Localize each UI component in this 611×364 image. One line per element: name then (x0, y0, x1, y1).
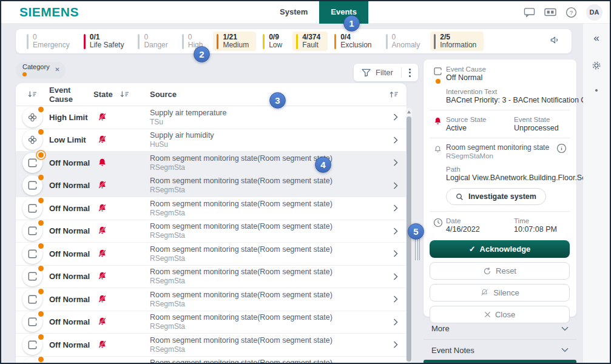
category-label: Fault (302, 41, 320, 49)
event-category-segment[interactable]: 2/5 Information (430, 32, 484, 51)
event-row[interactable]: Low Limit Supply air humidity HuSu (16, 129, 407, 152)
help-icon[interactable]: ? (565, 7, 577, 18)
collapse-panel-icon[interactable]: « (593, 32, 599, 44)
panel-splitter[interactable] (413, 59, 422, 363)
source-discipline-icon (22, 266, 42, 286)
alarm-bell-slash-icon (97, 134, 107, 146)
source-discipline-icon (22, 153, 42, 173)
column-header-state[interactable]: State (93, 90, 142, 99)
event-category-segment[interactable]: 0/4 Exclusion (331, 32, 379, 51)
category-medium-dot (38, 289, 44, 294)
settings-gear-icon[interactable] (591, 60, 602, 73)
row-expand-chevron-icon[interactable] (385, 318, 407, 326)
row-expand-chevron-icon[interactable] (385, 204, 407, 212)
filter-chip-category[interactable]: Category ✕ (16, 62, 66, 79)
sort-descending-icon[interactable] (16, 90, 49, 98)
event-row[interactable]: Off Normal Room segment monitoring state… (16, 288, 407, 311)
filter-button[interactable]: Filter (354, 64, 401, 81)
clock-icon (433, 218, 443, 228)
event-cause-cell: Off Normal (49, 181, 93, 190)
tab-system[interactable]: System (268, 1, 319, 24)
splitter-grip[interactable] (415, 238, 420, 260)
row-expand-chevron-icon[interactable] (385, 228, 407, 235)
right-toolbar-rail: « (583, 24, 610, 363)
source-discipline-icon (22, 175, 42, 195)
event-row[interactable]: Off Normal Room segment monitoring state… (16, 311, 407, 334)
event-category-segment[interactable]: 0 Danger (134, 32, 175, 51)
section-event-notes[interactable]: Event Notes (424, 339, 576, 360)
row-expand-chevron-icon[interactable] (385, 341, 407, 348)
more-options-kebab[interactable] (402, 64, 418, 81)
svg-text:?: ? (570, 9, 573, 16)
fan-icon (27, 134, 38, 146)
row-expand-chevron-icon[interactable] (385, 295, 407, 303)
event-row[interactable]: Off Normal Room segment monitoring state… (16, 357, 407, 363)
alarm-bell-slash-icon (97, 316, 107, 328)
time-value: 10:07:08 PM (514, 225, 570, 234)
category-medium-dot (38, 220, 44, 226)
event-category-segment[interactable]: 0/9 Low (259, 32, 289, 51)
fan-icon (27, 112, 38, 123)
acknowledge-button[interactable]: ✓ Acknowledge (430, 240, 570, 258)
feedback-chat-icon[interactable] (524, 7, 535, 18)
alarm-bell-icon (97, 157, 107, 169)
category-medium-dot (38, 152, 44, 158)
row-expand-chevron-icon[interactable] (385, 273, 407, 280)
row-expand-chevron-icon[interactable] (385, 136, 407, 144)
clipped-panel-element (424, 360, 576, 364)
info-icon[interactable] (556, 143, 570, 160)
chip-close-icon[interactable]: ✕ (55, 67, 59, 73)
event-row[interactable]: Off Normal Room segment monitoring state… (16, 152, 407, 175)
category-color-bar (296, 34, 298, 49)
reset-button[interactable]: Reset (430, 262, 570, 280)
alarm-bell-slash-icon (97, 112, 107, 123)
category-label: Information (440, 41, 476, 49)
event-category-segment[interactable]: 0 Anomaly (382, 32, 428, 51)
row-expand-chevron-icon[interactable] (385, 250, 407, 257)
events-table: Event Cause State Source High Limit (16, 83, 407, 363)
source-description: Room segment monitoring state(Room segme… (142, 359, 385, 363)
user-avatar[interactable]: DA (586, 4, 603, 21)
source-description: Room segment monitoring state(Room segme… (142, 291, 385, 300)
sound-icon[interactable] (549, 35, 561, 47)
alarm-bell-slash-icon (97, 203, 107, 214)
event-row[interactable]: Off Normal Room segment monitoring state… (16, 334, 407, 357)
row-expand-chevron-icon[interactable] (385, 159, 407, 166)
funnel-icon (362, 69, 371, 77)
app-window: SIEMENS System Events ? DA « (0, 0, 611, 364)
table-header: Event Cause State Source (16, 83, 407, 106)
event-category-segment[interactable]: 1/21 Medium (213, 32, 256, 51)
event-row[interactable]: High Limit Supply air temperature TSu (16, 106, 407, 129)
row-expand-chevron-icon[interactable] (385, 113, 407, 121)
event-category-segment[interactable]: 4/374 Fault (292, 32, 328, 51)
column-header-source[interactable]: Source (142, 90, 385, 99)
event-category-segment[interactable]: 0 Emergency (23, 32, 77, 51)
row-expand-chevron-icon[interactable] (385, 182, 407, 189)
silence-button[interactable]: Silence (430, 284, 570, 302)
display-panel-icon[interactable] (544, 7, 556, 17)
event-category-segment[interactable]: 0/1 Life Safety (80, 32, 132, 51)
table-body: High Limit Supply air temperature TSu (16, 106, 407, 363)
event-row[interactable]: Off Normal Room segment monitoring state… (16, 175, 407, 198)
category-medium-dot (38, 198, 44, 203)
category-medium-dot (38, 243, 44, 249)
event-row[interactable]: Off Normal Room segment monitoring state… (16, 197, 407, 220)
event-row[interactable]: Off Normal Room segment monitoring state… (16, 266, 407, 289)
event-row[interactable]: Off Normal Room segment monitoring state… (16, 220, 407, 243)
event-state-label: Event State (514, 115, 570, 124)
section-more[interactable]: More (424, 318, 576, 339)
sort-ascending-icon[interactable] (385, 90, 407, 98)
source-discipline-icon (22, 107, 42, 127)
top-bar: SIEMENS System Events ? DA (1, 1, 610, 24)
source-state-value: Active (446, 124, 514, 133)
column-header-event-cause[interactable]: Event Cause (49, 86, 93, 104)
source-id: RSegmSta (142, 209, 385, 217)
event-cause-cell: Off Normal (49, 340, 93, 349)
category-label: Life Safety (90, 41, 124, 49)
investigate-system-button[interactable]: Investigate system (446, 188, 546, 205)
scrollbar-thumb[interactable] (407, 116, 411, 362)
event-row[interactable]: Off Normal Room segment monitoring state… (16, 243, 407, 266)
reset-icon (483, 267, 491, 275)
event-state-value: Unprocessed (514, 124, 570, 133)
scroll-up-arrow[interactable] (407, 110, 411, 113)
